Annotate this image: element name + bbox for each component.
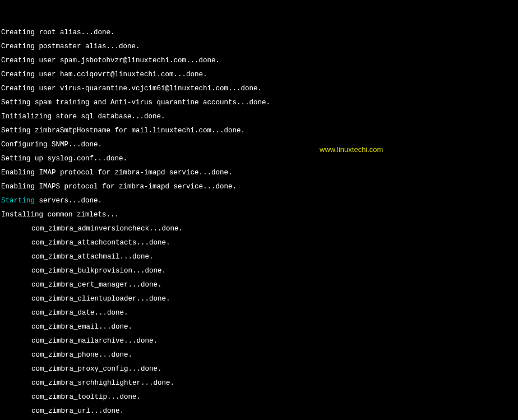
- zimlet-line: com_zimbra_url...done.: [31, 408, 517, 415]
- terminal-line: Setting spam training and Anti-virus qua…: [1, 99, 517, 107]
- terminal-line: Setting zimbraSmtpHostname for mail.linu…: [1, 127, 517, 135]
- terminal-line: Creating root alias...done.: [1, 29, 517, 36]
- terminal-text: servers...done.: [35, 197, 102, 205]
- terminal-line: Creating user ham.cc1qovrt@linuxtechi.co…: [1, 71, 517, 79]
- zimlet-line: com_zimbra_date...done.: [31, 310, 517, 317]
- terminal-line: Setting up syslog.conf...done.: [1, 155, 517, 163]
- watermark-text: www.linuxtechi.com: [320, 146, 383, 153]
- terminal-line: Creating postmaster alias...done.: [1, 43, 517, 50]
- zimlet-line: com_zimbra_email...done.: [31, 324, 517, 331]
- zimlet-line: com_zimbra_attachcontacts...done.: [31, 239, 517, 247]
- terminal-line: Enabling IMAP protocol for zimbra-imapd …: [1, 169, 517, 177]
- zimlet-line: com_zimbra_tooltip...done.: [31, 394, 517, 401]
- terminal-line: Starting servers...done.: [1, 197, 517, 205]
- zimlet-line: com_zimbra_attachmail...done.: [31, 253, 517, 261]
- terminal-line: Enabling IMAPS protocol for zimbra-imapd…: [1, 183, 517, 191]
- starting-keyword: Starting: [1, 197, 35, 205]
- zimlet-line: com_zimbra_mailarchive...done.: [31, 338, 517, 345]
- terminal-line: Creating user spam.jsbotohvzr@linuxtechi…: [1, 57, 517, 64]
- zimlet-line: com_zimbra_phone...done.: [31, 352, 517, 359]
- zimlet-line: com_zimbra_srchhighlighter...done.: [31, 380, 517, 387]
- zimlet-line: com_zimbra_proxy_config...done.: [31, 366, 517, 373]
- terminal-line: Configuring SNMP...done.: [1, 141, 517, 149]
- zimlet-line: com_zimbra_clientuploader...done.: [31, 296, 517, 303]
- zimlet-line: com_zimbra_bulkprovision...done.: [31, 267, 517, 275]
- terminal-line: Installing common zimlets...: [1, 211, 517, 219]
- terminal-line: Creating user virus-quarantine.vcjcim6i@…: [1, 85, 517, 93]
- zimlet-line: com_zimbra_adminversioncheck...done.: [31, 225, 517, 233]
- zimlet-line: com_zimbra_cert_manager...done.: [31, 281, 517, 289]
- terminal-line: Initializing store sql database...done.: [1, 113, 517, 121]
